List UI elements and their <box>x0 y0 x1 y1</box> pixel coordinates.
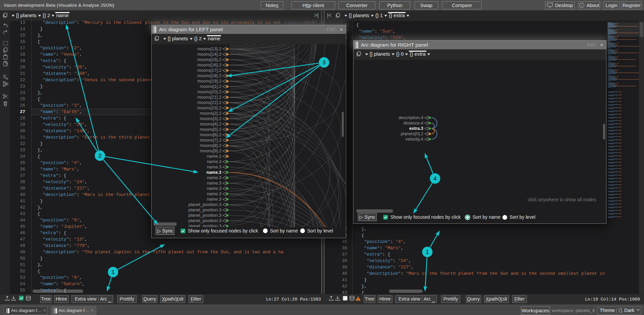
svg-text:moons[14].2: moons[14].2 <box>197 52 221 57</box>
svg-text:planet_position.3: planet_position.3 <box>189 202 221 207</box>
svg-text:moons[21].2: moons[21].2 <box>197 95 221 100</box>
svg-text:moons[17].2: moons[17].2 <box>197 68 221 73</box>
svg-text:distance.4: distance.4 <box>404 120 423 125</box>
svg-text:velocity.4: velocity.4 <box>406 137 423 142</box>
svg-text:name.3: name.3 <box>207 191 221 196</box>
svg-text:moons[3].2: moons[3].2 <box>200 116 221 121</box>
svg-text:name.3: name.3 <box>206 170 221 175</box>
svg-text:planet_position.3: planet_position.3 <box>189 223 221 227</box>
svg-text:moons[8].2: moons[8].2 <box>200 143 221 148</box>
svg-text:name.3: name.3 <box>207 159 221 164</box>
svg-text:planet_position.3: planet_position.3 <box>189 213 221 218</box>
svg-text:moons[4].2: moons[4].2 <box>200 121 221 126</box>
svg-text:moons[1].2: moons[1].2 <box>200 84 221 89</box>
svg-text:name.3: name.3 <box>207 164 221 169</box>
svg-text:name.3: name.3 <box>207 175 221 180</box>
svg-text:name.3: name.3 <box>207 180 221 186</box>
svg-text:extra.3: extra.3 <box>409 126 423 131</box>
svg-text:name.1: name.1 <box>207 154 221 159</box>
svg-text:description.4: description.4 <box>398 115 423 120</box>
svg-text:moons[13].2: moons[13].2 <box>197 46 221 51</box>
svg-text:moons[16].2: moons[16].2 <box>197 62 221 67</box>
svg-text:planets[0].2: planets[0].2 <box>401 131 423 136</box>
svg-text:moons[18].2: moons[18].2 <box>197 73 221 78</box>
svg-text:moons[9].2: moons[9].2 <box>200 148 221 153</box>
svg-text:moons[20].2: moons[20].2 <box>197 89 221 94</box>
svg-text:moons[6].2: moons[6].2 <box>200 132 221 137</box>
svg-text:moons[15].2: moons[15].2 <box>197 57 221 62</box>
svg-text:moons[5].2: moons[5].2 <box>200 127 221 132</box>
svg-text:moons[22].2: moons[22].2 <box>197 100 221 105</box>
svg-text:moons[2].2: moons[2].2 <box>200 111 221 116</box>
svg-text:name.3: name.3 <box>207 197 221 202</box>
svg-text:name.3: name.3 <box>207 186 221 191</box>
svg-text:planet_position.3: planet_position.3 <box>189 207 221 212</box>
svg-text:moons[19].2: moons[19].2 <box>197 78 221 84</box>
svg-text:planet_position.3: planet_position.3 <box>189 218 221 223</box>
svg-text:moons[7].2: moons[7].2 <box>200 138 221 143</box>
svg-text:moons[23].2: moons[23].2 <box>197 105 221 110</box>
